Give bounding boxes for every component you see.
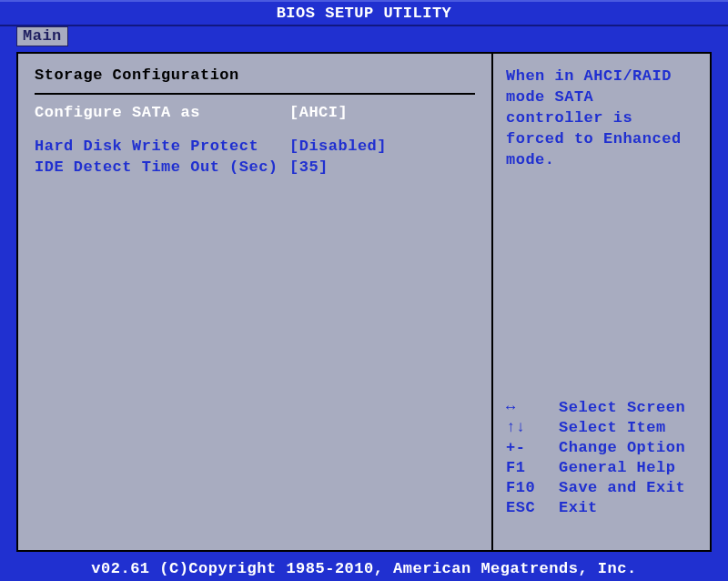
- option-label: IDE Detect Time Out (Sec): [35, 158, 289, 176]
- footer-bar: v02.61 (C)Copyright 1985-2010, American …: [0, 557, 728, 581]
- section-title: Storage Configuration: [35, 66, 475, 84]
- nav-key: ESC: [506, 499, 559, 516]
- nav-key: F10: [506, 479, 559, 496]
- bios-screen: BIOS SETUP UTILITY Main Storage Configur…: [0, 0, 728, 581]
- option-label: Hard Disk Write Protect: [35, 138, 289, 155]
- title-text: BIOS SETUP UTILITY: [277, 5, 452, 22]
- nav-desc: Exit: [559, 499, 598, 516]
- tab-bar: Main: [0, 26, 728, 46]
- nav-select-screen: ↔ Select Screen: [506, 399, 697, 416]
- nav-desc: Select Item: [559, 419, 666, 436]
- option-configure-sata[interactable]: Configure SATA as [AHCI]: [35, 104, 475, 121]
- left-panel: Storage Configuration Configure SATA as …: [18, 54, 493, 550]
- content-frame: Storage Configuration Configure SATA as …: [16, 52, 712, 552]
- divider: [35, 93, 475, 95]
- option-hd-write-protect[interactable]: Hard Disk Write Protect [Disabled]: [35, 138, 475, 155]
- option-value: [Disabled]: [289, 138, 475, 155]
- nav-change-option: +- Change Option: [506, 439, 697, 456]
- nav-desc: Select Screen: [559, 399, 685, 416]
- spacer: [35, 125, 475, 138]
- nav-select-item: ↑↓ Select Item: [506, 419, 697, 436]
- option-value: [35]: [289, 158, 475, 176]
- nav-save-exit: F10 Save and Exit: [506, 479, 697, 496]
- footer-text: v02.61 (C)Copyright 1985-2010, American …: [91, 560, 636, 577]
- nav-desc: Save and Exit: [559, 479, 685, 496]
- nav-help: ↔ Select Screen ↑↓ Select Item +- Change…: [506, 399, 697, 537]
- title-bar: BIOS SETUP UTILITY: [0, 0, 728, 26]
- nav-general-help: F1 General Help: [506, 459, 697, 476]
- nav-desc: General Help: [559, 459, 675, 476]
- main-area: Storage Configuration Configure SATA as …: [0, 46, 728, 557]
- tab-main[interactable]: Main: [16, 26, 68, 46]
- nav-desc: Change Option: [559, 439, 685, 456]
- option-ide-detect-timeout[interactable]: IDE Detect Time Out (Sec) [35]: [35, 158, 475, 176]
- right-panel: When in AHCI/RAID mode SATA controller i…: [493, 54, 710, 550]
- nav-key: F1: [506, 459, 559, 476]
- nav-key: ↑↓: [506, 419, 559, 436]
- option-value: [AHCI]: [289, 104, 475, 121]
- option-label: Configure SATA as: [35, 104, 289, 121]
- nav-key: +-: [506, 439, 559, 456]
- nav-exit: ESC Exit: [506, 499, 697, 516]
- tab-label: Main: [23, 27, 62, 45]
- help-text: When in AHCI/RAID mode SATA controller i…: [506, 66, 697, 171]
- nav-key: ↔: [506, 399, 559, 416]
